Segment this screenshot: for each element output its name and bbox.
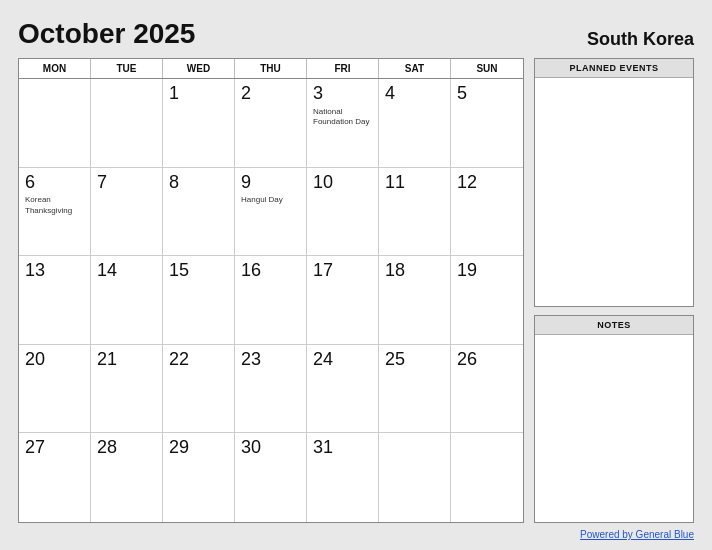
cell-number: 13: [25, 260, 84, 282]
main-content: MONTUEWEDTHUFRISATSUN 123National Founda…: [18, 58, 694, 523]
calendar-cell: 23: [235, 345, 307, 434]
calendar-cell: 20: [19, 345, 91, 434]
calendar-cell: 5: [451, 79, 523, 168]
calendar-cell: 30: [235, 433, 307, 522]
calendar-cell: 8: [163, 168, 235, 257]
cell-number: 28: [97, 437, 156, 459]
cell-event: Korean Thanksgiving: [25, 195, 84, 216]
calendar-cell: [19, 79, 91, 168]
calendar-cell: 26: [451, 345, 523, 434]
calendar-cell: 9Hangul Day: [235, 168, 307, 257]
cell-number: 5: [457, 83, 517, 105]
calendar-cell: 28: [91, 433, 163, 522]
cell-number: 29: [169, 437, 228, 459]
cell-number: 16: [241, 260, 300, 282]
calendar-cell: 25: [379, 345, 451, 434]
calendar-cell: 29: [163, 433, 235, 522]
notes-box: NOTES: [534, 315, 694, 523]
day-header-mon: MON: [19, 59, 91, 78]
calendar-cell: 11: [379, 168, 451, 257]
calendar-cell: 2: [235, 79, 307, 168]
cell-number: 24: [313, 349, 372, 371]
cell-number: 17: [313, 260, 372, 282]
calendar-cell: 6Korean Thanksgiving: [19, 168, 91, 257]
calendar-cell: 4: [379, 79, 451, 168]
calendar-cell: 18: [379, 256, 451, 345]
cell-event: National Foundation Day: [313, 107, 372, 128]
day-header-wed: WED: [163, 59, 235, 78]
header: October 2025 South Korea: [18, 18, 694, 50]
calendar-cell: 17: [307, 256, 379, 345]
day-header-thu: THU: [235, 59, 307, 78]
notes-content: [535, 335, 693, 522]
day-header-sun: SUN: [451, 59, 523, 78]
cell-number: 7: [97, 172, 156, 194]
cell-number: 30: [241, 437, 300, 459]
cell-number: 2: [241, 83, 300, 105]
calendar-grid: 123National Foundation Day456Korean Than…: [19, 79, 523, 522]
footer: Powered by General Blue: [18, 529, 694, 540]
cell-number: 12: [457, 172, 517, 194]
calendar-cell: 19: [451, 256, 523, 345]
calendar-cell: 1: [163, 79, 235, 168]
planned-events-box: PLANNED EVENTS: [534, 58, 694, 307]
cell-number: 11: [385, 172, 444, 194]
planned-events-content: [535, 78, 693, 306]
calendar-cell: 27: [19, 433, 91, 522]
day-header-fri: FRI: [307, 59, 379, 78]
cell-number: 6: [25, 172, 84, 194]
calendar-cell: [91, 79, 163, 168]
cell-number: 21: [97, 349, 156, 371]
calendar-cell: 14: [91, 256, 163, 345]
cell-number: 31: [313, 437, 372, 459]
cell-number: 9: [241, 172, 300, 194]
page: October 2025 South Korea MONTUEWEDTHUFRI…: [0, 0, 712, 550]
cell-number: 27: [25, 437, 84, 459]
cell-number: 14: [97, 260, 156, 282]
calendar-cell: 24: [307, 345, 379, 434]
month-title: October 2025: [18, 18, 195, 50]
calendar-cell: 31: [307, 433, 379, 522]
cell-number: 22: [169, 349, 228, 371]
cell-number: 10: [313, 172, 372, 194]
cell-number: 3: [313, 83, 372, 105]
day-header-sat: SAT: [379, 59, 451, 78]
calendar-cell: 10: [307, 168, 379, 257]
powered-by-link[interactable]: Powered by General Blue: [580, 529, 694, 540]
calendar-cell: 12: [451, 168, 523, 257]
calendar-cell: 16: [235, 256, 307, 345]
country-title: South Korea: [587, 29, 694, 50]
day-headers: MONTUEWEDTHUFRISATSUN: [19, 59, 523, 79]
day-header-tue: TUE: [91, 59, 163, 78]
cell-number: 8: [169, 172, 228, 194]
calendar-cell: 3National Foundation Day: [307, 79, 379, 168]
planned-events-header: PLANNED EVENTS: [535, 59, 693, 78]
cell-number: 20: [25, 349, 84, 371]
cell-number: 15: [169, 260, 228, 282]
cell-number: 25: [385, 349, 444, 371]
calendar-cell: 22: [163, 345, 235, 434]
cell-number: 4: [385, 83, 444, 105]
cell-number: 26: [457, 349, 517, 371]
cell-event: Hangul Day: [241, 195, 300, 205]
cell-number: 19: [457, 260, 517, 282]
cell-number: 18: [385, 260, 444, 282]
cell-number: 1: [169, 83, 228, 105]
calendar-section: MONTUEWEDTHUFRISATSUN 123National Founda…: [18, 58, 524, 523]
calendar-cell: 21: [91, 345, 163, 434]
calendar-cell: [379, 433, 451, 522]
calendar-cell: 13: [19, 256, 91, 345]
calendar-cell: 7: [91, 168, 163, 257]
sidebar: PLANNED EVENTS NOTES: [534, 58, 694, 523]
calendar-cell: 15: [163, 256, 235, 345]
notes-header: NOTES: [535, 316, 693, 335]
calendar-cell: [451, 433, 523, 522]
cell-number: 23: [241, 349, 300, 371]
